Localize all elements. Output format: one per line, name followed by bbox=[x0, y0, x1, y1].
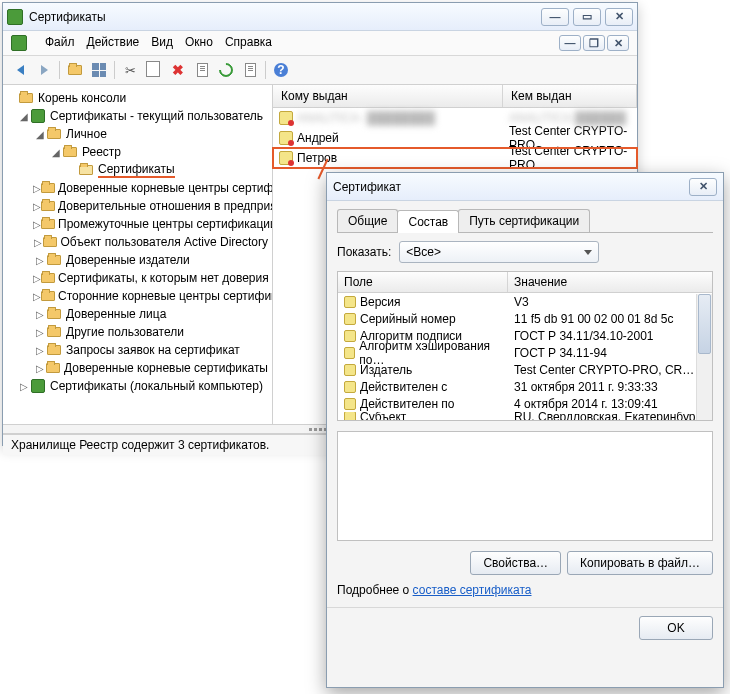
forward-button[interactable] bbox=[33, 59, 55, 81]
tabs: Общие Состав Путь сертификации bbox=[337, 209, 713, 233]
menu-window[interactable]: Окно bbox=[185, 35, 213, 51]
list-header: Кому выдан Кем выдан bbox=[273, 85, 637, 108]
tree-personal[interactable]: ◢Личное bbox=[3, 125, 272, 143]
cert-icon bbox=[279, 111, 293, 125]
titlebar: Сертификаты — ▭ ✕ bbox=[3, 3, 637, 31]
menu-view[interactable]: Вид bbox=[151, 35, 173, 51]
show-tree-button[interactable] bbox=[88, 59, 110, 81]
tree-certificates[interactable]: Сертификаты bbox=[3, 161, 272, 179]
copy-button[interactable] bbox=[143, 59, 165, 81]
toolbar: ✂ ✖ ? bbox=[3, 56, 637, 85]
tree-current-user[interactable]: ◢Сертификаты - текущий пользователь bbox=[3, 107, 272, 125]
mmc-icon bbox=[11, 35, 27, 51]
property-icon bbox=[344, 364, 356, 376]
ok-button[interactable]: OK bbox=[639, 616, 713, 640]
minimize-button[interactable]: — bbox=[541, 8, 569, 26]
export-button[interactable] bbox=[239, 59, 261, 81]
property-icon bbox=[344, 381, 356, 393]
dialog-titlebar: Сертификат ✕ bbox=[327, 173, 723, 201]
tree-registry[interactable]: ◢Реестр bbox=[3, 143, 272, 161]
app-icon bbox=[7, 9, 23, 25]
menu-file[interactable]: Файл bbox=[45, 35, 75, 51]
cert-icon bbox=[279, 131, 293, 145]
window-title: Сертификаты bbox=[29, 10, 541, 24]
property-icon bbox=[344, 296, 356, 308]
tree-other-people[interactable]: ▷Другие пользователи bbox=[3, 323, 272, 341]
menubar: Файл Действие Вид Окно Справка — ❐ ✕ bbox=[3, 31, 637, 56]
learn-more-link[interactable]: составе сертификата bbox=[413, 583, 532, 597]
back-button[interactable] bbox=[9, 59, 31, 81]
dialog-close-button[interactable]: ✕ bbox=[689, 178, 717, 196]
tab-details[interactable]: Состав bbox=[397, 210, 459, 233]
tree-enterprise-trust[interactable]: ▷Доверительные отношения в предприятии bbox=[3, 197, 272, 215]
tab-path[interactable]: Путь сертификации bbox=[458, 209, 590, 232]
show-combo[interactable]: <Все> bbox=[399, 241, 599, 263]
property-row[interactable]: ВерсияV3 bbox=[338, 293, 712, 310]
up-button[interactable] bbox=[64, 59, 86, 81]
help-button[interactable]: ? bbox=[270, 59, 292, 81]
property-row[interactable]: Серийный номер11 f5 db 91 00 02 00 01 8d… bbox=[338, 310, 712, 327]
link-prefix: Подробнее о bbox=[337, 583, 413, 597]
cert-icon bbox=[279, 151, 293, 165]
property-icon bbox=[344, 313, 356, 325]
tree-root[interactable]: Корень консоли bbox=[3, 89, 272, 107]
maximize-button[interactable]: ▭ bbox=[573, 8, 601, 26]
show-label: Показать: bbox=[337, 245, 391, 259]
property-row[interactable]: Действителен по4 октября 2014 г. 13:09:4… bbox=[338, 395, 712, 412]
col-value[interactable]: Значение bbox=[508, 272, 712, 292]
refresh-button[interactable] bbox=[215, 59, 237, 81]
col-issued-to[interactable]: Кому выдан bbox=[273, 85, 503, 107]
tree-ad-object[interactable]: ▷Объект пользователя Active Directory bbox=[3, 233, 272, 251]
chevron-down-icon bbox=[584, 250, 592, 255]
mdi-minimize-button[interactable]: — bbox=[559, 35, 581, 51]
delete-button[interactable]: ✖ bbox=[167, 59, 189, 81]
copy-to-file-button[interactable]: Копировать в файл… bbox=[567, 551, 713, 575]
scroll-thumb[interactable] bbox=[698, 294, 711, 354]
menu-help[interactable]: Справка bbox=[225, 35, 272, 51]
dialog-title: Сертификат bbox=[333, 180, 689, 194]
menu-action[interactable]: Действие bbox=[87, 35, 140, 51]
cert-row[interactable]: ПетровTest Center CRYPTO-PRO bbox=[273, 148, 637, 168]
col-issued-by[interactable]: Кем выдан bbox=[503, 85, 637, 107]
tree-pane[interactable]: Корень консоли ◢Сертификаты - текущий по… bbox=[3, 85, 273, 424]
properties-button[interactable] bbox=[191, 59, 213, 81]
scrollbar[interactable] bbox=[696, 294, 712, 420]
certificate-dialog: Сертификат ✕ Общие Состав Путь сертифика… bbox=[326, 172, 724, 688]
tree-third-party-root[interactable]: ▷Сторонние корневые центры сертификации bbox=[3, 287, 272, 305]
properties-button[interactable]: Свойства… bbox=[470, 551, 561, 575]
close-button[interactable]: ✕ bbox=[605, 8, 633, 26]
property-icon bbox=[344, 398, 356, 410]
tree-untrusted[interactable]: ▷Сертификаты, к которым нет доверия bbox=[3, 269, 272, 287]
property-icon bbox=[344, 347, 355, 359]
property-row[interactable]: ИздательTest Center CRYPTO-PRO, CR… bbox=[338, 361, 712, 378]
tree-local-computer[interactable]: ▷Сертификаты (локальный компьютер) bbox=[3, 377, 272, 395]
field-list[interactable]: Поле Значение ВерсияV3Серийный номер11 f… bbox=[337, 271, 713, 421]
col-field[interactable]: Поле bbox=[338, 272, 508, 292]
property-row[interactable]: Действителен с31 октября 2011 г. 9:33:33 bbox=[338, 378, 712, 395]
show-value: <Все> bbox=[406, 245, 584, 259]
tree-trusted-root[interactable]: ▷Доверенные корневые центры сертификации bbox=[3, 179, 272, 197]
mdi-close-button[interactable]: ✕ bbox=[607, 35, 629, 51]
tab-general[interactable]: Общие bbox=[337, 209, 398, 232]
cut-button[interactable]: ✂ bbox=[119, 59, 141, 81]
link-row: Подробнее о составе сертификата bbox=[337, 583, 713, 597]
property-row[interactable]: СубъектRU, Свердловская, Екатеринбург bbox=[338, 412, 712, 421]
tree-trusted-people[interactable]: ▷Доверенные лица bbox=[3, 305, 272, 323]
detail-textbox[interactable] bbox=[337, 431, 713, 541]
tree-cert-requests[interactable]: ▷Запросы заявок на сертификат bbox=[3, 341, 272, 359]
property-row[interactable]: Алгоритм хэширования по…ГОСТ Р 34.11-94 bbox=[338, 344, 712, 361]
property-icon bbox=[344, 412, 356, 421]
mdi-restore-button[interactable]: ❐ bbox=[583, 35, 605, 51]
tree-intermediate[interactable]: ▷Промежуточные центры сертификации bbox=[3, 215, 272, 233]
tree-trusted-publishers[interactable]: ▷Доверенные издатели bbox=[3, 251, 272, 269]
tree-trusted-root-certs[interactable]: ▷Доверенные корневые сертификаты bbox=[3, 359, 272, 377]
